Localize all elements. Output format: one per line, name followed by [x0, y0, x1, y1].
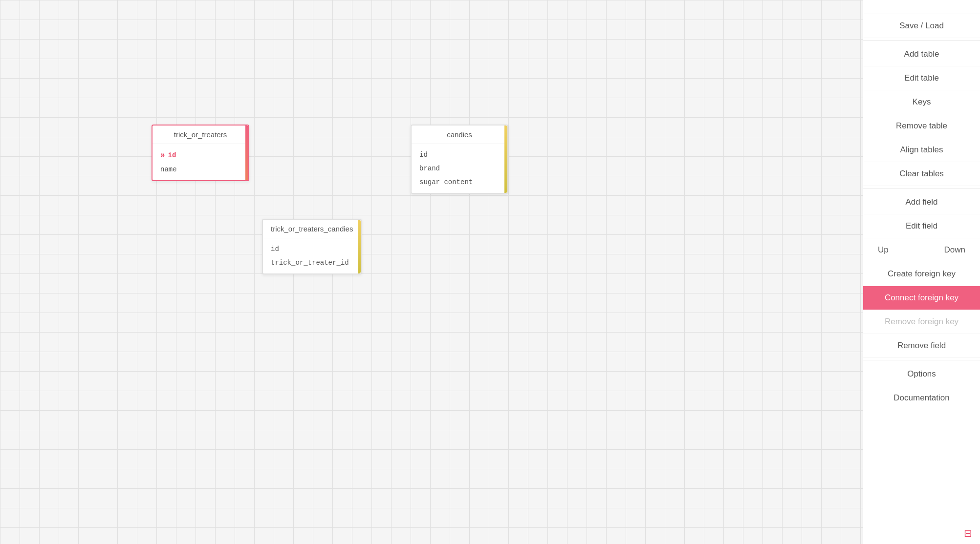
sidebar-item-create-foreign-key[interactable]: Create foreign key [863, 262, 980, 286]
sidebar-item-documentation[interactable]: Documentation [863, 386, 980, 410]
table-fields-trick_or_treaters: »idname [152, 144, 248, 180]
primary-key-icon: » [160, 151, 165, 160]
table-header-candies: candies [412, 126, 507, 144]
field-label: id [168, 151, 176, 159]
sidebar-updown-row: UpDown [863, 238, 980, 262]
sidebar-item-edit-field[interactable]: Edit field [863, 214, 980, 238]
sidebar-item-save-load[interactable]: Save / Load [863, 14, 980, 38]
table-header-trick_or_treaters_candies: trick_or_treaters_candies [263, 220, 361, 238]
table-header-trick_or_treaters: trick_or_treaters [152, 126, 248, 144]
sidebar-item-clear-tables[interactable]: Clear tables [863, 162, 980, 186]
sidebar-divider [863, 360, 980, 360]
sidebar-close-area [863, 0, 980, 14]
table-color-bar [504, 126, 507, 193]
sidebar-item-remove-field[interactable]: Remove field [863, 334, 980, 358]
sidebar: Save / LoadAdd tableEdit tableKeysRemove… [863, 0, 980, 544]
table-fields-trick_or_treaters_candies: idtrick_or_treater_id [263, 238, 361, 273]
sidebar-item-connect-foreign-key[interactable]: Connect foreign key [863, 286, 980, 310]
table-trick_or_treaters_candies[interactable]: trick_or_treaters_candiesidtrick_or_trea… [262, 219, 362, 274]
table-fields-candies: idbrandsugar content [412, 144, 507, 193]
field-label: id [419, 151, 428, 159]
field-label: trick_or_treater_id [271, 259, 349, 267]
field-label: name [160, 166, 177, 173]
sidebar-item-remove-foreign-key: Remove foreign key [863, 310, 980, 334]
sidebar-bottom-area: ⊟ [863, 523, 980, 544]
field-label: sugar content [419, 178, 473, 186]
sidebar-divider [863, 40, 980, 41]
sidebar-item-edit-table[interactable]: Edit table [863, 66, 980, 90]
sidebar-bottom-icon[interactable]: ⊟ [964, 527, 972, 539]
close-button[interactable] [916, 5, 928, 9]
table-field[interactable]: trick_or_treater_id [263, 256, 361, 270]
field-label: id [271, 245, 279, 253]
table-field[interactable]: name [152, 163, 248, 176]
table-field[interactable]: sugar content [412, 175, 507, 189]
sidebar-item-add-table[interactable]: Add table [863, 42, 980, 66]
table-field[interactable]: id [412, 148, 507, 162]
canvas-area[interactable]: trick_or_treaters»idnamecandiesidbrandsu… [0, 0, 863, 544]
sidebar-item-add-field[interactable]: Add field [863, 190, 980, 214]
table-color-bar [358, 220, 361, 273]
table-candies[interactable]: candiesidbrandsugar content [411, 125, 508, 194]
sidebar-item-options[interactable]: Options [863, 362, 980, 386]
table-field[interactable]: id [263, 242, 361, 256]
table-color-bar [245, 126, 248, 180]
sidebar-item-keys[interactable]: Keys [863, 90, 980, 114]
table-trick_or_treaters[interactable]: trick_or_treaters»idname [152, 125, 249, 181]
field-label: brand [419, 165, 440, 172]
sidebar-item-remove-table[interactable]: Remove table [863, 114, 980, 138]
sidebar-item-align-tables[interactable]: Align tables [863, 138, 980, 162]
table-field[interactable]: brand [412, 162, 507, 175]
sidebar-divider [863, 188, 980, 188]
sidebar-item-down[interactable]: Down [944, 245, 965, 255]
table-field[interactable]: »id [152, 148, 248, 163]
sidebar-item-up[interactable]: Up [878, 245, 889, 255]
